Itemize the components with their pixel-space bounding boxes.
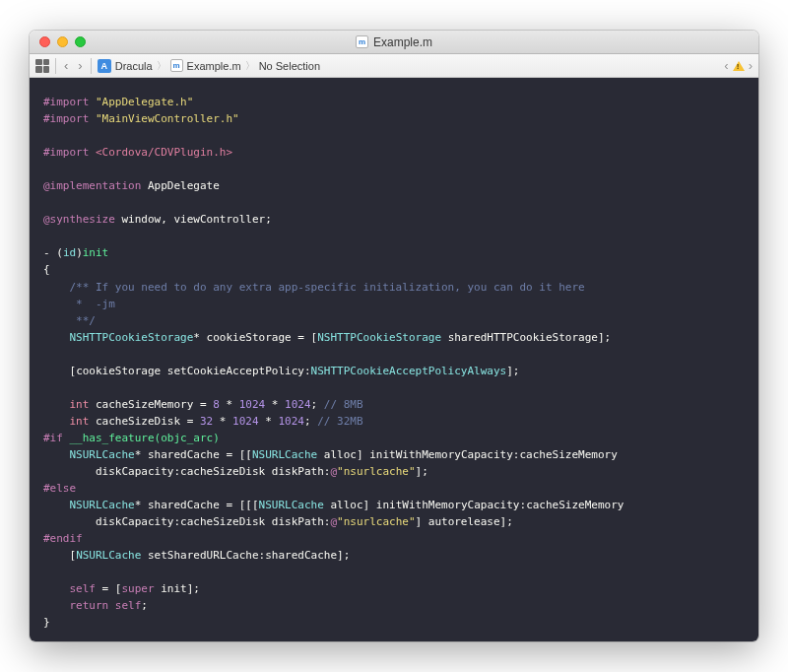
code-token: #import <box>43 112 89 125</box>
code-token: 8 <box>213 398 220 411</box>
code-token: cacheSizeMemory <box>526 499 624 511</box>
code-token: init]; <box>155 582 200 595</box>
code-token: <Cordova/CDVPlugin.h> <box>96 146 232 159</box>
breadcrumb-selection: No Selection <box>259 60 320 72</box>
code-token: super <box>121 582 154 595</box>
code-token: * -jm <box>43 298 115 310</box>
code-token: #endif <box>43 532 83 545</box>
code-token: NSURLCache <box>259 499 324 511</box>
window-controls <box>30 36 86 47</box>
code-token: sharedCache <box>148 499 220 511</box>
toolbar-right: ‹ › <box>724 58 753 73</box>
code-token: **/ <box>43 314 96 327</box>
jump-bar: ‹ › A Dracula 〉 m Example.m 〉 No Selecti… <box>30 54 758 78</box>
code-token: viewController <box>173 213 265 226</box>
code-token: ]; <box>337 549 350 562</box>
code-token: = [ <box>292 331 318 344</box>
code-token: ]; <box>416 465 428 478</box>
code-token: AppDelegate <box>148 179 220 192</box>
code-token: window <box>121 213 161 226</box>
code-token: * <box>135 448 148 461</box>
minimize-button[interactable] <box>57 36 68 47</box>
code-token: cookieStorage <box>207 331 292 344</box>
code-token: alloc] initWithMemoryCapacity: <box>324 499 526 511</box>
code-token: setCookieAcceptPolicy: <box>161 365 310 377</box>
code-token: * <box>265 398 285 411</box>
code-token: /** If you need to do any extra app-spec… <box>43 281 585 294</box>
code-token: NSHTTPCookieStorage <box>317 331 441 344</box>
code-token: NSURLCache <box>252 448 317 461</box>
code-token: "nsurlcache" <box>337 515 415 528</box>
titlebar: m Example.m <box>30 31 758 54</box>
code-token: { <box>43 263 50 276</box>
zoom-button[interactable] <box>75 36 86 47</box>
code-token: cacheSizeDisk <box>180 465 265 478</box>
code-token: id <box>63 246 76 259</box>
code-token: sharedCache <box>148 448 220 461</box>
xcode-window: m Example.m ‹ › A Dracula 〉 m Example.m … <box>30 31 758 641</box>
code-token: diskCapacity: <box>43 465 180 478</box>
code-token: "MainViewController.h" <box>96 112 239 125</box>
related-items-button[interactable] <box>35 57 49 75</box>
code-token: NSURLCache <box>76 549 141 562</box>
code-token: int <box>43 415 89 428</box>
title-text: Example.m <box>373 35 432 49</box>
code-token: diskCapacity: <box>43 515 180 528</box>
code-token: cacheSizeMemory = <box>89 398 213 411</box>
code-token: "AppDelegate.h" <box>96 96 193 108</box>
separator <box>91 58 92 74</box>
code-token: #import <box>43 96 89 108</box>
code-token: NSHTTPCookieAcceptPolicyAlways <box>311 365 507 377</box>
code-token: NSURLCache <box>43 448 135 461</box>
close-button[interactable] <box>39 36 50 47</box>
code-token: alloc] initWithMemoryCapacity: <box>317 448 519 461</box>
code-token: 1024 <box>232 415 259 428</box>
code-token: ; <box>141 599 148 612</box>
code-token: // 32MB <box>317 415 362 428</box>
code-token: 32 <box>200 415 213 428</box>
chevron-right-icon: 〉 <box>245 59 255 73</box>
back-button[interactable]: ‹ <box>62 57 70 75</box>
code-token: int <box>43 398 89 411</box>
code-token: * <box>220 398 239 411</box>
code-token: ; <box>304 415 317 428</box>
file-m-icon: m <box>356 35 368 48</box>
code-token: cacheSizeDisk = <box>89 415 200 428</box>
chevron-left-icon[interactable]: ‹ <box>724 58 728 73</box>
code-token: #import <box>43 146 89 159</box>
code-token: * <box>193 331 206 344</box>
code-token: - ( <box>43 246 63 259</box>
code-token: sharedCache <box>265 549 337 562</box>
code-token: } <box>43 616 50 629</box>
code-token: [ <box>43 549 76 562</box>
code-token: "nsurlcache" <box>337 465 415 478</box>
chevron-right-icon[interactable]: › <box>749 58 753 73</box>
code-token: * <box>135 499 148 511</box>
code-token: ; <box>265 213 272 226</box>
code-token: return <box>43 599 108 612</box>
code-token: __has_feature(objc_arc) <box>63 432 220 444</box>
code-token: ; <box>311 398 324 411</box>
code-editor[interactable]: #import "AppDelegate.h" #import "MainVie… <box>30 78 758 641</box>
code-token: self <box>43 582 96 595</box>
breadcrumb[interactable]: A Dracula 〉 m Example.m 〉 No Selection <box>98 59 719 73</box>
file-m-icon: m <box>170 59 183 72</box>
code-token: ) <box>76 246 83 259</box>
code-token: cookieStorage <box>76 365 161 377</box>
window-title: m Example.m <box>30 35 758 49</box>
code-token: = [[ <box>220 448 252 461</box>
code-token: ] autorelease]; <box>416 515 513 528</box>
breadcrumb-file: Example.m <box>187 60 241 72</box>
code-token: 1024 <box>285 398 311 411</box>
code-token: setSharedURLCache: <box>141 549 265 562</box>
warning-icon[interactable] <box>733 61 745 71</box>
code-token: sharedHTTPCookieStorage]; <box>441 331 611 344</box>
code-token: ]; <box>506 365 519 377</box>
grid-icon <box>35 59 49 73</box>
code-token: * <box>259 415 279 428</box>
code-token: 1024 <box>239 398 266 411</box>
chevron-right-icon: 〉 <box>157 59 166 73</box>
project-icon: A <box>98 59 111 73</box>
forward-button[interactable]: › <box>76 57 84 75</box>
code-token: = [ <box>96 582 122 595</box>
